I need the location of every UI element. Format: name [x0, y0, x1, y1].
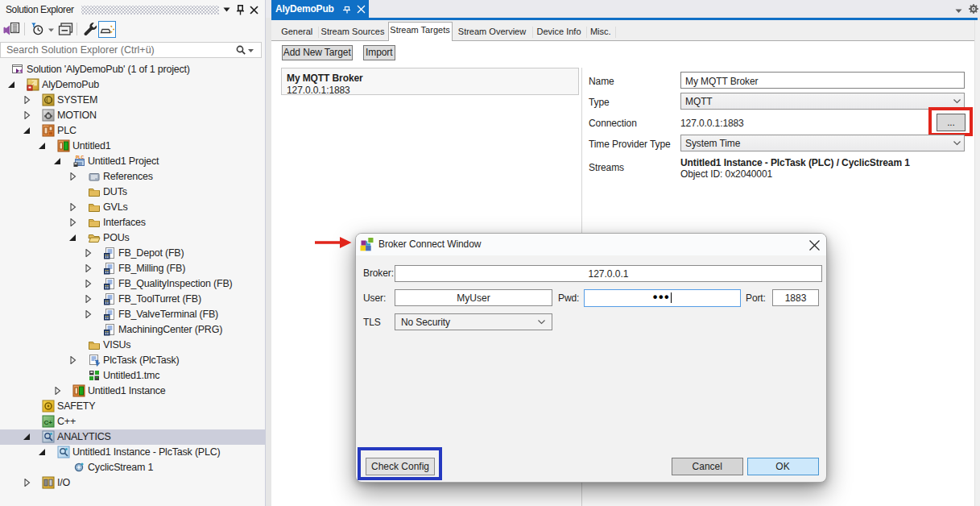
svg-text:C+: C+	[44, 419, 53, 426]
